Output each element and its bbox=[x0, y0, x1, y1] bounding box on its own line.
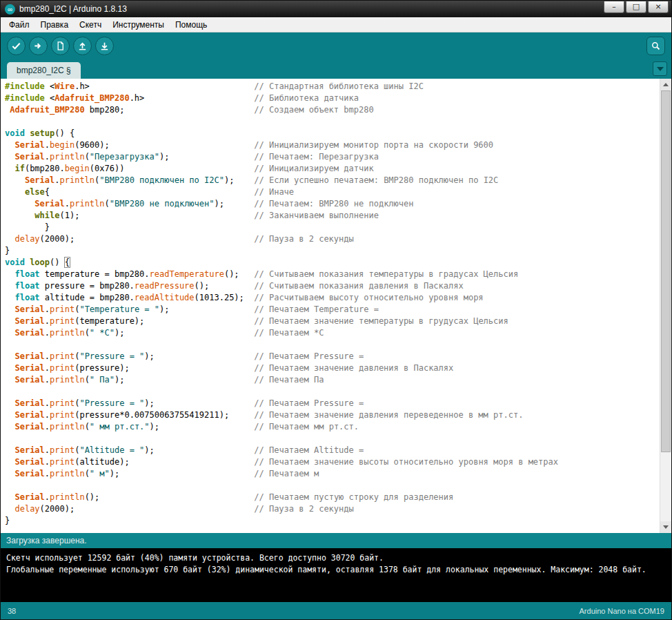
tab-bmp280-i2c[interactable]: bmp280_I2C § bbox=[7, 62, 81, 79]
menu-edit[interactable]: Правка bbox=[35, 18, 75, 32]
menu-sketch[interactable]: Скетч bbox=[74, 18, 107, 32]
code-line: } bbox=[5, 222, 660, 233]
triangle-up-icon bbox=[663, 83, 669, 86]
arduino-logo-icon: ∞ bbox=[5, 4, 15, 14]
code-line: float pressure = bmp280.readPressure(); … bbox=[5, 280, 660, 292]
maximize-button[interactable]: □ bbox=[626, 1, 646, 13]
close-button[interactable]: × bbox=[648, 1, 669, 13]
magnifier-icon bbox=[651, 41, 661, 51]
new-sketch-button[interactable] bbox=[51, 37, 70, 55]
arrow-up-icon bbox=[77, 41, 88, 51]
code-line bbox=[5, 480, 660, 492]
toolbar bbox=[1, 32, 671, 59]
code-line: Serial.println("BMP280 подключен по I2C"… bbox=[5, 175, 660, 186]
scroll-up-button[interactable] bbox=[660, 79, 671, 90]
code-line: if(bmp280.begin(0x76)) // Инициализируем… bbox=[5, 163, 660, 175]
code-line: void loop() { bbox=[5, 257, 660, 269]
code-line bbox=[5, 433, 660, 445]
status-message: Загрузка завершена. bbox=[6, 536, 87, 545]
code-line: } bbox=[5, 515, 660, 527]
arrow-down-icon bbox=[99, 41, 110, 51]
triangle-down-icon bbox=[663, 525, 669, 529]
code-editor[interactable]: #include <Wire.h> // Стандартная библиот… bbox=[1, 79, 660, 533]
code-line: else{ // Иначе bbox=[5, 186, 660, 198]
code-line: Serial.print("Altitude = "); // Печатаем… bbox=[5, 445, 660, 456]
code-line: Serial.print("Temperature = "); // Печат… bbox=[5, 304, 660, 316]
footer-bar: 38 Arduino Nano на COM19 bbox=[1, 602, 671, 619]
status-bar: Загрузка завершена. bbox=[1, 533, 671, 548]
tab-label: bmp280_I2C § bbox=[17, 66, 71, 75]
code-line: Serial.print("Pressure = "); // Печатаем… bbox=[5, 351, 660, 362]
minimize-button[interactable]: – bbox=[604, 1, 624, 13]
code-line: Serial.begin(9600); // Инициализируем мо… bbox=[5, 139, 660, 151]
code-line: Adafruit_BMP280 bmp280; // Создаем объек… bbox=[5, 104, 660, 116]
arrow-right-icon bbox=[33, 41, 43, 51]
tab-strip: bmp280_I2C § bbox=[1, 59, 671, 79]
scrollbar-thumb[interactable] bbox=[661, 90, 671, 452]
code-line: Serial.print(temperature); // Печатаем з… bbox=[5, 316, 660, 327]
code-line: Serial.print(pressure*0.0075006375541921… bbox=[5, 409, 660, 421]
document-icon bbox=[55, 41, 66, 51]
chevron-down-icon bbox=[657, 67, 664, 71]
editor-area: #include <Wire.h> // Стандартная библиот… bbox=[1, 79, 671, 533]
scrollbar-track[interactable] bbox=[660, 90, 671, 521]
code-line: Serial.print(altitude); // Печатаем знач… bbox=[5, 456, 660, 468]
save-button[interactable] bbox=[95, 37, 114, 55]
open-button[interactable] bbox=[73, 37, 92, 55]
window-controls: – □ × bbox=[604, 1, 669, 17]
title-bar[interactable]: ∞ bmp280_I2C | Arduino 1.8.13 – □ × bbox=[1, 1, 671, 17]
code-line: Serial.println(" мм рт.ст."); // Печатае… bbox=[5, 421, 660, 433]
editor-scrollbar[interactable] bbox=[660, 79, 671, 533]
serial-monitor-button[interactable] bbox=[646, 37, 665, 55]
code-line: Serial.print(pressure); // Печатаем знач… bbox=[5, 362, 660, 374]
code-line: } bbox=[5, 245, 660, 257]
code-line: Serial.println(" *C"); // Печатаем *C bbox=[5, 327, 660, 339]
scroll-down-button[interactable] bbox=[660, 521, 671, 533]
code-line bbox=[5, 116, 660, 128]
console-line: Скетч использует 12592 байт (40%) памяти… bbox=[6, 552, 666, 564]
tab-dropdown-button[interactable] bbox=[653, 61, 667, 76]
upload-button[interactable] bbox=[29, 37, 48, 55]
code-line bbox=[5, 339, 660, 351]
code-line: float altitude = bmp280.readAltitude(101… bbox=[5, 292, 660, 304]
code-line: Serial.print("Pressure = "); // Печатаем… bbox=[5, 398, 660, 409]
code-line: Serial.println(" Па"); // Печатаем Па bbox=[5, 374, 660, 386]
console-output[interactable]: Скетч использует 12592 байт (40%) памяти… bbox=[1, 548, 671, 602]
cursor-line-indicator: 38 bbox=[8, 607, 16, 615]
code-line: Serial.println(" м"); // Печатаем м bbox=[5, 468, 660, 480]
code-line: while(1); // Заканчиваем выполнение bbox=[5, 210, 660, 222]
code-line: #include <Adafruit_BMP280.h> // Библиоте… bbox=[5, 93, 660, 104]
menu-help[interactable]: Помощь bbox=[170, 18, 213, 32]
menu-bar: ФайлПравкаСкетчИнструментыПомощь bbox=[1, 17, 671, 32]
menu-file[interactable]: Файл bbox=[3, 18, 35, 32]
code-line bbox=[5, 386, 660, 398]
code-line: float temperature = bmp280.readTemperatu… bbox=[5, 269, 660, 280]
code-line: delay(2000); // Пауза в 2 секунды bbox=[5, 233, 660, 245]
check-icon bbox=[11, 41, 21, 51]
window-title: bmp280_I2C | Arduino 1.8.13 bbox=[19, 4, 604, 14]
console-line: Глобальные переменные используют 670 бай… bbox=[6, 564, 666, 576]
code-line: Serial.println("BMP280 не подключен"); /… bbox=[5, 198, 660, 210]
code-line: delay(2000); // Пауза в 2 секунды bbox=[5, 503, 660, 515]
verify-button[interactable] bbox=[7, 37, 26, 55]
code-line: #include <Wire.h> // Стандартная библиот… bbox=[5, 81, 660, 93]
code-line: void setup() { bbox=[5, 128, 660, 139]
board-port-label: Arduino Nano на COM19 bbox=[580, 607, 664, 615]
menu-tools[interactable]: Инструменты bbox=[107, 18, 170, 32]
code-line: Serial.println(); // Печатаем пустую стр… bbox=[5, 492, 660, 503]
arduino-ide-window: ∞ bmp280_I2C | Arduino 1.8.13 – □ × Файл… bbox=[0, 0, 672, 620]
code-line: Serial.println("Перезагрузка"); // Печат… bbox=[5, 151, 660, 163]
